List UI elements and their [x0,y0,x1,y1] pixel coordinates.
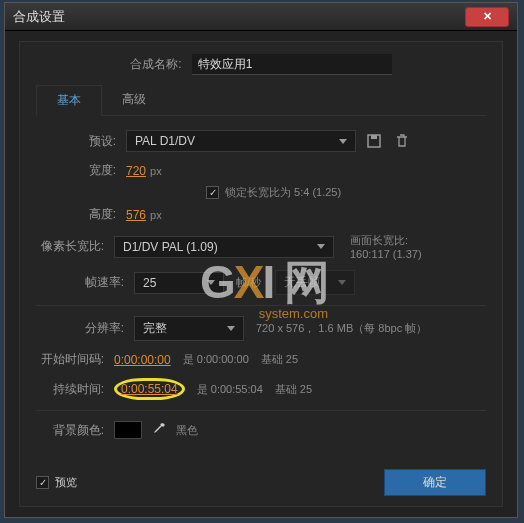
chevron-down-icon [317,244,325,249]
lock-aspect-label: 锁定长宽比为 5:4 (1.25) [225,185,341,200]
delete-preset-button[interactable] [392,131,412,151]
start-info-a: 是 0:00:00:00 [183,352,249,367]
eyedropper-icon [152,422,166,436]
start-timecode-label: 开始时间码: [36,351,104,368]
resolution-select[interactable]: 完整 [134,316,244,341]
preset-select[interactable]: PAL D1/DV [126,130,356,152]
eyedropper-button[interactable] [152,422,166,439]
close-icon: ✕ [483,10,492,23]
resolution-label: 分辨率: [76,320,124,337]
duration-info-b: 基础 25 [275,382,312,397]
duration-info-a: 是 0:00:55:04 [197,382,263,397]
frame-aspect-value: 160:117 (1.37) [350,248,422,260]
inner-panel: 合成名称: 基本 高级 预设: PAL D1/DV [19,41,503,507]
save-preset-button[interactable] [364,131,384,151]
preview-checkbox[interactable]: ✓ [36,476,49,489]
bgcolor-swatch[interactable] [114,421,142,439]
composition-settings-window: 合成设置 ✕ 合成名称: 基本 高级 预设: PAL D1/DV [4,2,518,518]
duration-value[interactable]: 0:00:55:04 [121,382,178,396]
window-title: 合成设置 [13,8,465,26]
dropframe-value: 无丢帧 [284,274,320,291]
dropframe-select[interactable]: 无丢帧 [275,270,355,295]
fps-label: 帧速率: [76,274,124,291]
frame-aspect-label: 画面长宽比: [350,233,422,248]
par-label: 像素长宽比: [36,238,104,255]
tab-basic[interactable]: 基本 [36,85,102,116]
duration-highlight: 0:00:55:04 [114,378,185,400]
divider [36,305,486,306]
svg-rect-1 [371,135,377,139]
chevron-down-icon [339,139,347,144]
par-value: D1/DV PAL (1.09) [123,240,218,254]
window-body: 合成名称: 基本 高级 预设: PAL D1/DV [5,31,517,517]
start-info-b: 基础 25 [261,352,298,367]
comp-name-input[interactable] [192,54,392,75]
titlebar: 合成设置 ✕ [5,3,517,31]
trash-icon [396,134,408,148]
fps-unit: 帧/秒 [236,275,261,290]
fps-value: 25 [143,276,156,290]
preset-label: 预设: [76,133,116,150]
close-button[interactable]: ✕ [465,7,509,27]
chevron-down-icon [207,280,215,285]
height-unit: px [150,209,162,221]
resolution-info: 720 x 576， 1.6 MB（每 8bpc 帧） [256,321,427,336]
footer: ✓ 预览 确定 [36,469,486,496]
width-label: 宽度: [76,162,116,179]
start-timecode-value[interactable]: 0:00:00:00 [114,353,171,367]
bgcolor-label: 背景颜色: [36,422,104,439]
ok-button[interactable]: 确定 [384,469,486,496]
chevron-down-icon [227,326,235,331]
duration-label: 持续时间: [36,381,104,398]
save-preset-icon [367,134,381,148]
tab-advanced[interactable]: 高级 [102,85,166,115]
lock-aspect-checkbox[interactable]: ✓ [206,186,219,199]
divider [36,410,486,411]
par-select[interactable]: D1/DV PAL (1.09) [114,236,334,258]
preview-label: 预览 [55,475,77,490]
comp-name-label: 合成名称: [130,56,181,73]
width-value[interactable]: 720 [126,164,146,178]
height-value[interactable]: 576 [126,208,146,222]
tabs: 基本 高级 [36,85,486,116]
resolution-value: 完整 [143,320,167,337]
fps-select[interactable]: 25 [134,272,224,294]
bgcolor-name: 黑色 [176,423,198,438]
width-unit: px [150,165,162,177]
chevron-down-icon [338,280,346,285]
preset-value: PAL D1/DV [135,134,195,148]
height-label: 高度: [76,206,116,223]
